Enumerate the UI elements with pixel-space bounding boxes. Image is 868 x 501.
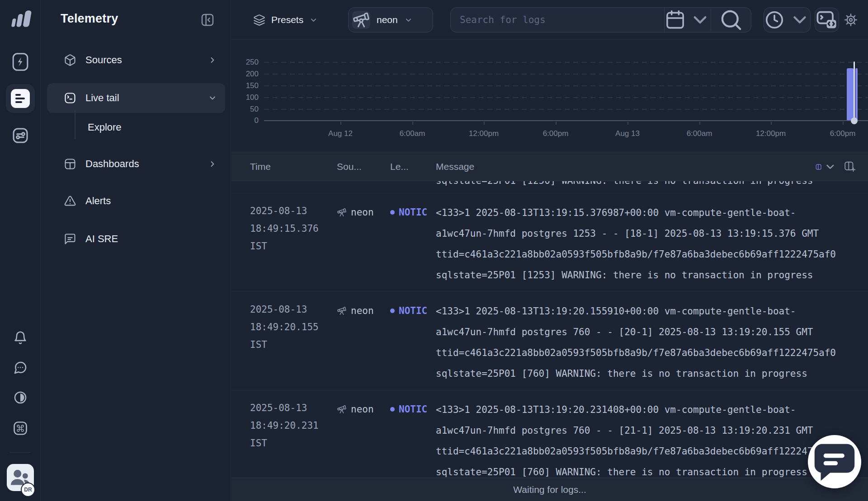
column-header-message[interactable]: Message — [436, 161, 868, 172]
x-tick — [556, 122, 557, 125]
log-level: NOTIC — [390, 399, 436, 419]
log-table-header: Time Sou... Le... Message — [231, 152, 868, 181]
source-filter-dropdown[interactable]: neon — [348, 7, 433, 33]
sidebar-item-dashboards[interactable]: Dashboards — [47, 149, 225, 179]
terminal-icon — [64, 92, 76, 104]
y-tick-label: 0 — [238, 116, 259, 125]
log-source: neon — [337, 399, 390, 478]
sidebar-item-label: Explore — [88, 122, 122, 133]
log-row[interactable]: 2025-08-13 18:49:20.155 IST neon NOTIC — [231, 292, 868, 390]
logs-icon — [11, 89, 30, 108]
time-range-dropdown[interactable] — [764, 7, 811, 33]
date-range-button[interactable] — [665, 8, 711, 32]
tree-line — [75, 110, 75, 139]
x-tick — [340, 122, 341, 125]
search-submit-button[interactable] — [711, 8, 751, 32]
y-tick-label: 100 — [238, 93, 259, 102]
sidebar-item-sources[interactable]: Sources — [47, 45, 225, 75]
sidebar-item-ai-sre[interactable]: AI SRE — [47, 224, 225, 254]
settings-gear-icon[interactable] — [844, 13, 858, 27]
x-tick-label: 6:00pm — [830, 129, 856, 138]
status-bar: Waiting for logs... — [231, 478, 868, 501]
column-header-level[interactable]: Le... — [390, 161, 436, 172]
log-count-bar[interactable] — [847, 68, 854, 120]
column-header-time[interactable]: Time — [250, 161, 337, 172]
log-time: 2025-08-13 18:49:20.231 IST — [250, 399, 337, 478]
presets-label: Presets — [271, 14, 303, 25]
sidebar-item-label: AI SRE — [85, 233, 118, 245]
add-column-icon[interactable] — [844, 160, 856, 173]
chevron-down-icon — [404, 16, 413, 24]
log-level: NOTIC — [390, 301, 436, 321]
theme-contrast-icon[interactable] — [13, 390, 28, 405]
chat-bubble-icon — [808, 435, 861, 488]
column-layout-button[interactable] — [815, 161, 836, 173]
user-badge[interactable]: DR — [21, 482, 35, 497]
sidebar-item-label: Dashboards — [85, 158, 139, 170]
gridline — [264, 85, 868, 86]
log-time: 2025-08-13 18:49:15.376 IST — [250, 202, 337, 286]
feedback-chat-icon[interactable] — [13, 361, 28, 375]
live-cursor-dot[interactable] — [851, 117, 858, 124]
settings-sliders-icon[interactable] — [11, 126, 29, 145]
log-count-bar[interactable] — [855, 68, 858, 120]
chevron-right-icon — [208, 56, 217, 65]
sidebar-item-label: Alerts — [85, 195, 111, 207]
sidebar-item-alerts[interactable]: Alerts — [47, 186, 225, 216]
support-chat-fab[interactable] — [808, 435, 861, 488]
chevron-right-icon — [208, 159, 217, 169]
log-level: NOTIC — [390, 202, 436, 222]
live-cursor-line — [854, 61, 855, 121]
x-tick-label: 6:00am — [687, 129, 712, 138]
live-tail-rail-active[interactable] — [6, 84, 35, 113]
level-dot — [390, 407, 395, 412]
code-panel-button[interactable] — [815, 8, 839, 32]
x-tick — [843, 122, 844, 125]
log-row[interactable]: 2025-08-13 18:49:20.231 IST neon NOTIC — [231, 390, 868, 478]
calendar-icon — [665, 8, 686, 32]
y-tick-label: 200 — [238, 70, 259, 79]
level-dot — [390, 210, 395, 215]
gridline — [264, 97, 868, 98]
sidebar-nav: Sources Live tail Exp — [47, 45, 225, 254]
source-filter-value: neon — [377, 14, 398, 25]
log-list[interactable]: sqlstate=25P01 [1250] WARNING: there is … — [231, 181, 868, 478]
log-row[interactable]: 2025-08-13 18:49:15.376 IST neon NOTIC — [231, 193, 868, 292]
x-tick-label: Aug 12 — [328, 129, 353, 138]
y-tick-label: 250 — [238, 58, 259, 67]
log-volume-chart[interactable]: 250 200 150 100 50 0 Aug 12 6:00am 12:00… — [231, 40, 868, 152]
middleware-logo-icon[interactable] — [8, 9, 33, 29]
log-source: neon — [337, 202, 390, 286]
dashboard-grid-icon — [64, 158, 76, 170]
chevron-down-icon — [309, 16, 318, 24]
shortcuts-command-icon[interactable] — [12, 420, 28, 436]
sidebar-item-label: Sources — [85, 54, 122, 66]
chevron-down-icon — [208, 94, 217, 103]
log-row-clipped[interactable]: sqlstate=25P01 [1250] WARNING: there is … — [231, 181, 868, 193]
telescope-icon — [337, 404, 347, 414]
x-axis — [264, 120, 868, 121]
log-message: <133>1 2025-08-13T13:19:15.376987+00:00 … — [436, 202, 868, 286]
log-source: neon — [337, 301, 390, 384]
gridline — [264, 62, 868, 63]
column-header-source[interactable]: Sou... — [337, 161, 390, 172]
presets-button[interactable]: Presets — [253, 7, 318, 33]
columns-icon — [815, 161, 822, 173]
clock-icon — [764, 8, 785, 32]
icon-rail: DR — [0, 0, 41, 501]
sidebar-item-explore[interactable]: Explore — [47, 113, 225, 142]
chevron-down-icon — [824, 161, 836, 173]
topbar: Presets neon — [231, 0, 868, 40]
waiting-status: Waiting for logs... — [513, 484, 586, 495]
log-time: 2025-08-13 18:49:20.155 IST — [250, 301, 337, 384]
page-title: Telemetry — [61, 12, 118, 26]
x-tick-label: 12:00pm — [756, 129, 786, 138]
sidebar-collapse-icon[interactable] — [200, 13, 215, 27]
x-tick — [412, 122, 413, 125]
search-input[interactable] — [451, 8, 664, 32]
rail-divider — [10, 452, 30, 453]
gridline — [264, 109, 868, 110]
events-lightning-icon[interactable] — [11, 52, 29, 72]
sidebar-item-live-tail[interactable]: Live tail — [47, 83, 225, 113]
notifications-bell-icon[interactable] — [13, 331, 28, 345]
